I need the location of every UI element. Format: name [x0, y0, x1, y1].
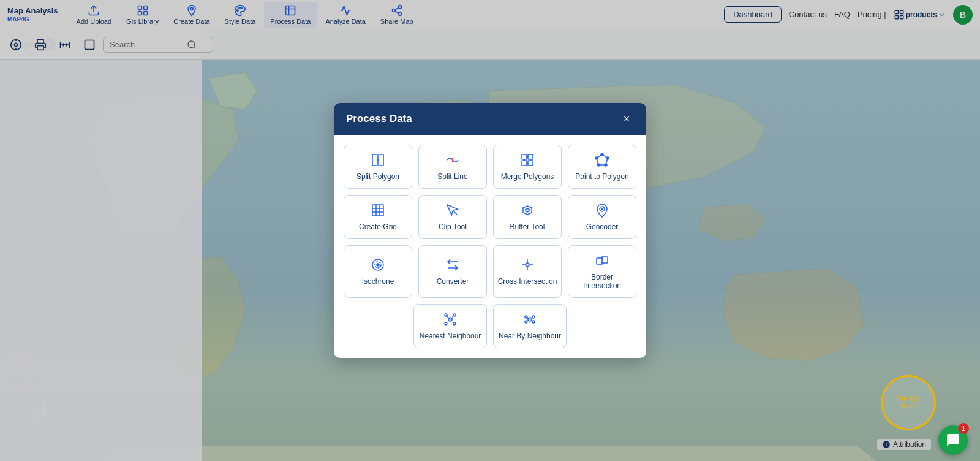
split-polygon-icon: [371, 153, 385, 167]
svg-rect-37: [372, 154, 377, 166]
split-line-button[interactable]: Split Line: [418, 145, 487, 189]
border-intersection-label: Border Intersection: [572, 273, 632, 290]
border-intersection-icon: [595, 253, 609, 268]
merge-polygons-button[interactable]: Merge Polygons: [493, 145, 562, 189]
svg-marker-57: [526, 208, 529, 212]
geocoder-label: Geocoder: [586, 223, 619, 231]
modal-body: Split Polygon Split Line Merge Polygons …: [334, 135, 646, 358]
svg-rect-42: [528, 154, 533, 159]
split-line-icon: [445, 153, 460, 167]
svg-point-80: [532, 321, 535, 323]
svg-point-79: [525, 321, 527, 323]
cross-intersection-icon: [520, 257, 535, 272]
split-line-label: Split Line: [437, 172, 467, 181]
buffer-tool-label: Buffer Tool: [510, 223, 545, 231]
clip-tool-label: Clip Tool: [439, 223, 467, 231]
modal-bottom-row: Nearest Neighbour Near By Neighbour: [344, 304, 636, 348]
buffer-tool-button[interactable]: Buffer Tool: [493, 195, 562, 239]
point-to-polygon-button[interactable]: Point to Polygon: [568, 145, 636, 189]
svg-rect-44: [528, 161, 533, 166]
border-intersection-button[interactable]: Border Intersection: [568, 245, 636, 298]
process-data-modal: Process Data × Split Polygon Split Line …: [334, 103, 646, 358]
near-by-neighbour-label: Near By Neighbour: [499, 332, 561, 340]
svg-point-47: [606, 157, 609, 159]
near-by-neighbour-icon: [522, 312, 537, 327]
svg-point-48: [605, 164, 607, 166]
create-grid-icon: [371, 203, 385, 218]
chat-icon: [946, 433, 960, 448]
converter-button[interactable]: Converter: [418, 245, 487, 298]
modal-overlay[interactable]: Process Data × Split Polygon Split Line …: [0, 0, 980, 461]
near-by-neighbour-button[interactable]: Near By Neighbour: [493, 304, 567, 348]
modal-title: Process Data: [346, 113, 412, 125]
cross-intersection-label: Cross Intersection: [498, 277, 557, 286]
svg-rect-43: [522, 161, 527, 166]
nearest-neighbour-button[interactable]: Nearest Neighbour: [413, 304, 487, 348]
svg-point-65: [526, 263, 529, 267]
converter-icon: [445, 257, 460, 272]
isochrone-label: Isochrone: [362, 277, 394, 286]
geocoder-icon: [595, 203, 609, 218]
point-to-polygon-label: Point to Polygon: [575, 172, 628, 181]
svg-point-46: [601, 153, 603, 156]
svg-point-78: [532, 316, 535, 318]
isochrone-icon: [371, 257, 385, 272]
nearest-neighbour-label: Nearest Neighbour: [420, 332, 481, 340]
converter-label: Converter: [437, 277, 469, 286]
modal-header: Process Data ×: [334, 103, 646, 135]
isochrone-button[interactable]: Isochrone: [344, 245, 412, 298]
svg-rect-41: [522, 154, 527, 159]
merge-polygons-label: Merge Polygons: [501, 172, 554, 181]
svg-point-62: [377, 264, 379, 266]
svg-point-72: [445, 322, 447, 325]
svg-point-73: [453, 322, 456, 325]
create-grid-button[interactable]: Create Grid: [344, 195, 412, 239]
cross-intersection-button[interactable]: Cross Intersection: [493, 245, 562, 298]
chat-bubble-button[interactable]: 1: [938, 425, 968, 455]
we-are-here-text: We AreHere!: [898, 395, 919, 410]
split-polygon-label: Split Polygon: [356, 172, 399, 181]
notification-badge: 1: [958, 423, 969, 434]
svg-rect-51: [372, 205, 383, 216]
create-grid-label: Create Grid: [359, 223, 397, 231]
svg-point-49: [597, 164, 600, 166]
svg-point-59: [601, 208, 603, 210]
split-polygon-button[interactable]: Split Polygon: [344, 145, 412, 189]
modal-close-button[interactable]: ×: [619, 112, 634, 126]
point-to-polygon-icon: [595, 153, 609, 167]
svg-point-76: [528, 318, 532, 321]
svg-rect-38: [379, 154, 383, 166]
svg-rect-68: [601, 258, 603, 263]
nearest-neighbour-icon: [443, 312, 458, 327]
geocoder-button[interactable]: Geocoder: [568, 195, 636, 239]
merge-polygons-icon: [520, 153, 535, 167]
buffer-tool-icon: [520, 203, 535, 218]
clip-tool-button[interactable]: Clip Tool: [418, 195, 487, 239]
svg-point-50: [595, 157, 598, 159]
clip-tool-icon: [445, 203, 460, 218]
